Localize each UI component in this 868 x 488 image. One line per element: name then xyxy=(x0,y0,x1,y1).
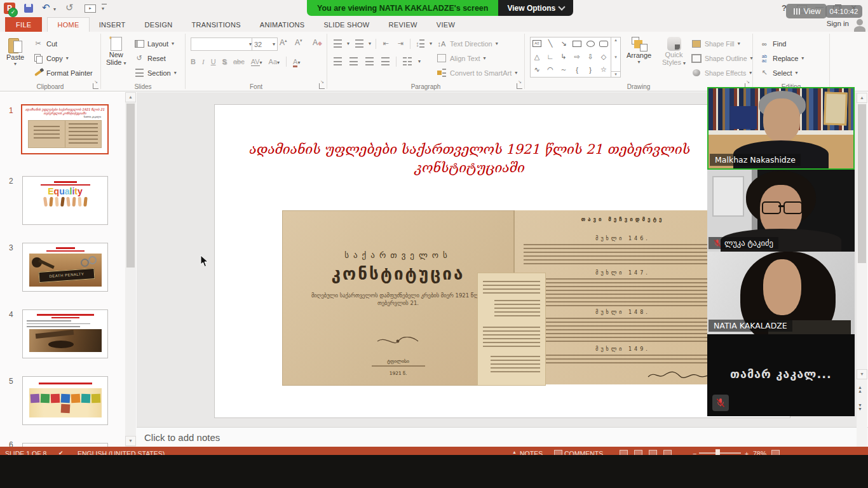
paste-button[interactable]: Paste ▾ xyxy=(6,37,24,67)
tab-review[interactable]: REVIEW xyxy=(379,17,427,32)
strikethrough-button[interactable]: abc xyxy=(233,58,245,65)
video-tile-malkhaz[interactable]: Malkhaz Nakashidze xyxy=(707,87,855,170)
text-shadow-button[interactable]: S xyxy=(222,58,227,65)
thumbnail-scrollbar[interactable]: ▲ ▼ xyxy=(125,92,136,447)
slide-thumbnail-3[interactable]: DEATH PENALTY xyxy=(22,243,108,292)
constitution-text-page-image[interactable]: თავი მეჩვიდმეტე მუხლი 146. მუხლი 147. მუ… xyxy=(513,210,731,384)
convert-smartart-button[interactable]: Convert to SmartArt▾ xyxy=(437,66,517,79)
shape-line-icon[interactable]: ╲ xyxy=(544,37,557,50)
video-tile-natia[interactable]: NATIA KAKALADZE xyxy=(707,252,855,334)
clipboard-dialog-launcher-icon[interactable] xyxy=(93,83,98,89)
video-tile-tamar[interactable]: თამარ კაკალ... xyxy=(707,334,855,416)
cut-button[interactable]: ✂ Cut xyxy=(33,37,57,50)
undo-dropdown-icon[interactable]: ▾ xyxy=(53,6,56,12)
video-tile-luka[interactable]: ლუკა ტაკიძე xyxy=(707,170,855,252)
shape-right-brace-icon[interactable]: } xyxy=(584,64,597,76)
font-dialog-launcher-icon[interactable] xyxy=(319,83,325,89)
scroll-up-button[interactable]: ▲ xyxy=(857,93,867,103)
start-slideshow-button[interactable]: ▸ xyxy=(85,4,96,13)
view-options-button[interactable]: View Options xyxy=(498,0,573,16)
save-button[interactable] xyxy=(24,4,33,13)
tab-file[interactable]: FILE xyxy=(5,17,42,32)
shape-rounded-rectangle-icon[interactable] xyxy=(597,37,610,50)
zoom-slider-track[interactable] xyxy=(699,452,741,454)
slide-area-scrollbar[interactable]: ▲ ▼ ▲▲ ▼▼ xyxy=(857,92,867,447)
shape-textbox-icon[interactable]: A≡ xyxy=(531,37,543,50)
find-button[interactable]: ∞ Find xyxy=(759,37,786,50)
align-left-button[interactable] xyxy=(332,57,342,67)
shape-gallery-down-button[interactable]: ▾ xyxy=(614,55,617,60)
shape-effects-button[interactable]: Shape Effects▾ xyxy=(691,66,752,79)
slide-thumbnail-1[interactable]: ადამიანის უფლებები საქართველოს 1921 წლის… xyxy=(21,104,109,154)
quick-styles-button[interactable]: Quick Styles ▾ xyxy=(662,37,686,66)
shape-scribble-icon[interactable]: ∿ xyxy=(531,64,543,76)
undo-button[interactable]: ↶ xyxy=(42,2,50,13)
shape-arrow-icon[interactable]: ↘ xyxy=(557,37,570,50)
shape-outline-button[interactable]: Shape Outline▾ xyxy=(691,51,753,65)
clear-formatting-button[interactable]: A◆ xyxy=(310,38,325,47)
customize-qat-button[interactable]: ▾ xyxy=(102,6,104,11)
slide-title-line2[interactable]: კონსტიტუციაში xyxy=(227,160,710,175)
thumbnail-scrollbar-thumb[interactable] xyxy=(126,104,135,268)
select-button[interactable]: ↖ Select ▾ xyxy=(759,66,798,79)
font-size-combobox[interactable]: 32▾ xyxy=(252,37,278,51)
slide-title-line1[interactable]: ადამიანის უფლებები საქართველოს 1921 წლის… xyxy=(227,142,710,157)
align-center-button[interactable] xyxy=(348,57,358,67)
text-direction-button[interactable]: ↕A Text Direction▾ xyxy=(437,37,498,50)
shape-freeform-icon[interactable]: ◇ xyxy=(597,51,610,63)
shape-left-brace-icon[interactable]: { xyxy=(571,64,583,76)
increase-indent-button[interactable]: ⇥ xyxy=(395,39,405,49)
font-name-combobox[interactable]: ▾ xyxy=(191,37,254,51)
shape-arc-icon[interactable]: ◠ xyxy=(544,64,557,76)
paragraph-dialog-launcher-icon[interactable] xyxy=(517,83,522,89)
layout-button[interactable]: Layout ▾ xyxy=(134,37,174,50)
shape-fill-button[interactable]: Shape Fill▾ xyxy=(691,37,740,50)
decrease-font-size-button[interactable]: A▾ xyxy=(292,38,305,47)
shape-down-arrow-icon[interactable]: ⇩ xyxy=(584,51,597,63)
zoom-view-overlay-button[interactable]: View xyxy=(786,4,827,18)
align-right-button[interactable] xyxy=(364,57,374,67)
thumbnail-scroll-up-button[interactable]: ▲ xyxy=(125,92,136,102)
tab-design[interactable]: DESIGN xyxy=(135,17,182,32)
bold-button[interactable]: B xyxy=(191,58,196,65)
shape-curve-icon[interactable]: ～ xyxy=(557,64,570,76)
paste-dropdown-icon[interactable]: ▾ xyxy=(14,61,17,67)
tab-animations[interactable]: ANIMATIONS xyxy=(250,17,315,32)
shape-star-icon[interactable]: ☆ xyxy=(597,64,610,76)
italic-button[interactable]: I xyxy=(202,58,205,65)
next-slide-button[interactable]: ▼▼ xyxy=(858,403,862,411)
scrollbar-thumb[interactable] xyxy=(858,104,866,263)
arrange-button[interactable]: Arrange ▾ xyxy=(627,37,651,65)
justify-button[interactable] xyxy=(380,57,390,67)
line-spacing-button[interactable]: ↕ xyxy=(415,39,425,49)
shape-oval-icon[interactable] xyxy=(584,37,597,50)
scroll-down-button[interactable]: ▼ xyxy=(857,369,867,379)
bullets-button[interactable] xyxy=(332,39,342,49)
shape-triangle-icon[interactable]: △ xyxy=(531,51,543,63)
copy-dropdown-icon[interactable]: ▾ xyxy=(66,55,69,61)
shape-right-arrow-icon[interactable]: ⇨ xyxy=(571,51,583,63)
change-case-button[interactable]: Aa▾ xyxy=(269,58,280,65)
tab-transitions[interactable]: TRANSITIONS xyxy=(182,17,250,32)
underline-button[interactable]: U xyxy=(211,58,216,65)
format-painter-button[interactable]: Format Painter xyxy=(33,66,93,79)
replace-button[interactable]: abac Replace ▾ xyxy=(759,51,804,65)
repeat-button[interactable]: ↺ xyxy=(65,2,74,13)
reset-button[interactable]: ↺ Reset xyxy=(134,51,166,65)
numbering-button[interactable] xyxy=(354,39,364,49)
tab-slideshow[interactable]: SLIDE SHOW xyxy=(314,17,379,32)
tab-insert[interactable]: INSERT xyxy=(90,17,135,32)
notes-pane[interactable]: Click to add notes xyxy=(137,427,868,447)
copy-button[interactable]: Copy ▾ xyxy=(33,51,69,65)
shape-gallery-up-button[interactable]: ▴ xyxy=(614,37,617,43)
shape-elbow-arrow-icon[interactable]: ↳ xyxy=(557,51,570,63)
tab-home[interactable]: HOME xyxy=(47,17,89,32)
align-text-button[interactable]: Align Text▾ xyxy=(437,51,486,65)
sign-in-link[interactable]: Sign in xyxy=(827,20,849,27)
slide-thumbnail-5[interactable] xyxy=(22,376,108,425)
font-color-button[interactable]: A▾ xyxy=(293,58,300,65)
current-slide[interactable]: ადამიანის უფლებები საქართველოს 1921 წლის… xyxy=(214,104,790,418)
columns-button[interactable] xyxy=(402,57,412,67)
new-slide-button[interactable]: New Slide ▾ xyxy=(106,37,126,66)
slide-thumbnail-2[interactable]: Equality xyxy=(22,176,108,225)
